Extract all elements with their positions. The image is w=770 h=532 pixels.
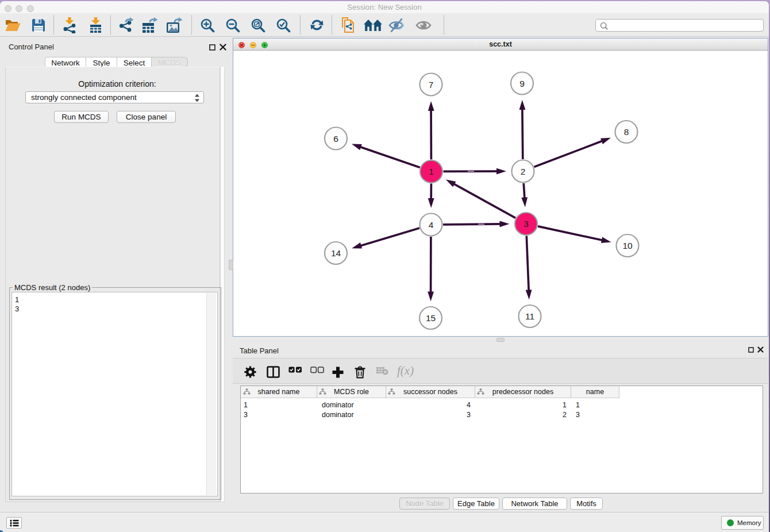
svg-text:11: 11 (525, 311, 534, 321)
svg-text:4: 4 (429, 220, 434, 230)
svg-text:f(x): f(x) (397, 364, 414, 377)
svg-text:9: 9 (519, 79, 525, 88)
svg-text:14: 14 (331, 248, 341, 258)
svg-text:10: 10 (622, 241, 633, 250)
svg-text:6: 6 (333, 134, 338, 144)
svg-text:3: 3 (523, 219, 529, 229)
svg-text:15: 15 (426, 313, 436, 323)
svg-text:7: 7 (429, 80, 434, 90)
svg-text:8: 8 (624, 127, 629, 137)
svg-text:1: 1 (429, 167, 434, 176)
svg-text:2: 2 (521, 167, 526, 176)
